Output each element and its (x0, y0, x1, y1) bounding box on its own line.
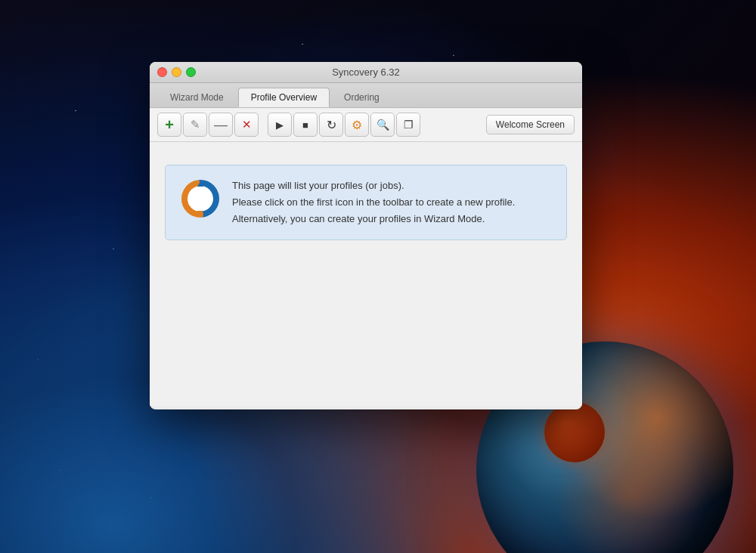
planet-small (544, 402, 605, 462)
sync-button[interactable]: ↻ (319, 113, 343, 137)
window-title: Syncovery 6.32 (332, 66, 400, 78)
toolbar: + ✎ — ✕ ▶ ■ ↻ ⚙ 🔍 ❐ Welcome Screen (150, 108, 582, 142)
remove-profile-button[interactable]: — (209, 113, 233, 137)
run-button[interactable]: ▶ (268, 113, 292, 137)
gear-icon: ⚙ (352, 118, 362, 132)
add-profile-button[interactable]: + (157, 113, 181, 137)
copy-button[interactable]: ❐ (396, 113, 420, 137)
edit-profile-button[interactable]: ✎ (183, 113, 207, 137)
delete-icon: ✕ (242, 118, 252, 131)
content-area: This page will list your profiles (or jo… (150, 142, 582, 406)
info-text-block: This page will list your profiles (or jo… (232, 178, 551, 227)
search-icon: 🔍 (376, 119, 389, 131)
close-button[interactable] (157, 67, 167, 77)
minimize-button[interactable] (172, 67, 181, 77)
delete-profile-button[interactable]: ✕ (234, 113, 259, 137)
tabs-bar: Wizard Mode Profile Overview Ordering (150, 83, 582, 108)
search-button[interactable]: 🔍 (370, 113, 395, 137)
minus-icon: — (214, 118, 228, 131)
info-line-2: Please click on the first icon in the to… (232, 194, 551, 211)
app-logo (181, 179, 220, 218)
info-line-1: This page will list your profiles (or jo… (232, 178, 551, 194)
add-icon: + (165, 116, 174, 134)
sync-icon: ↻ (327, 118, 336, 132)
app-window: Syncovery 6.32 Wizard Mode Profile Overv… (150, 62, 582, 409)
info-line-3: Alternatively, you can create your profi… (232, 211, 551, 227)
tab-wizard[interactable]: Wizard Mode (157, 88, 237, 107)
maximize-button[interactable] (186, 67, 196, 77)
play-icon: ▶ (276, 119, 284, 131)
edit-icon: ✎ (191, 118, 200, 131)
window-controls (157, 67, 196, 77)
tab-profile-overview[interactable]: Profile Overview (238, 88, 330, 107)
info-box: This page will list your profiles (or jo… (165, 165, 567, 240)
stop-icon: ■ (302, 119, 308, 131)
copy-icon: ❐ (404, 119, 414, 131)
welcome-screen-button[interactable]: Welcome Screen (486, 115, 575, 134)
settings-button[interactable]: ⚙ (345, 113, 369, 137)
stop-button[interactable]: ■ (293, 113, 318, 137)
window-titlebar: Syncovery 6.32 (150, 62, 582, 83)
tab-ordering[interactable]: Ordering (331, 88, 392, 107)
